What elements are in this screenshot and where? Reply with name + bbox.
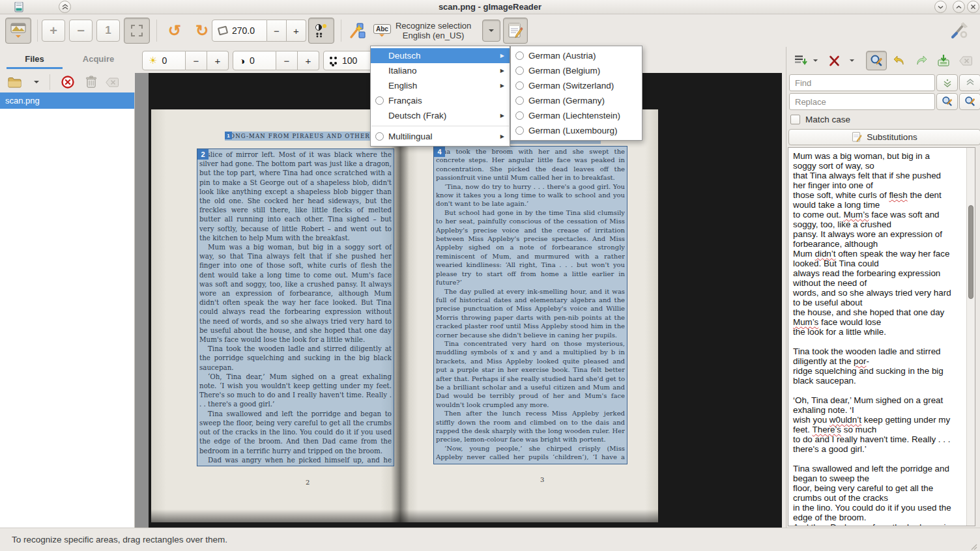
contrast-increase-button[interactable]: + [298,51,319,70]
submenu-item-german-belgium-[interactable]: German (Belgium) [511,63,642,78]
maximize-button[interactable] [953,1,965,13]
file-list-item[interactable]: scan.png [0,92,134,109]
settings-button[interactable] [946,18,972,43]
menu-item-label: German (Liechtenstein) [528,111,637,120]
rotation-increase-button[interactable]: + [287,20,306,42]
book-paragraph: ‘Oh, Tina dear,’ Mum sighed on a great e… [199,372,392,409]
auto-layout-button[interactable] [345,18,370,43]
open-file-dropdown-button[interactable] [29,73,44,91]
book-paragraph: Tina took the broom with her and she swe… [436,147,625,182]
minimize-button[interactable] [934,1,947,13]
menu-item-english[interactable]: English▶ [371,78,510,93]
selection-region-2[interactable]: a slice of mirror left. Most of it was b… [197,148,394,466]
book-paragraph: ‘Tina, now do try to hurry . . . there's… [436,182,625,208]
strip-dropdown[interactable] [846,53,857,68]
scrollbar-thumb[interactable] [968,205,973,299]
rotation-decrease-button[interactable]: − [267,20,287,42]
open-file-button[interactable] [5,73,25,91]
output-line: began to sweep the [793,473,962,483]
toolbar-separator [341,20,341,42]
find-previous-button[interactable] [959,74,980,91]
zoom-in-button[interactable]: + [42,20,65,42]
replace-input[interactable] [789,93,935,110]
brightness-decrease-button[interactable]: − [186,51,207,70]
remove-file-button[interactable] [59,73,77,91]
recognize-language-dropdown-button[interactable] [482,20,500,42]
book-paragraph: a slice of mirror left. Most of it was b… [199,150,392,242]
statusbar: To recognize specific areas, drag rectan… [0,528,980,551]
output-line: And then Dad came from the bedroom in a [793,522,962,526]
window-title: scan.png - gImageReader [0,0,980,14]
insert-mode-dropdown[interactable] [810,53,820,68]
resize-grip[interactable] [971,544,977,550]
clear-files-button[interactable] [103,73,121,91]
menu-item-deutsch[interactable]: Deutsch▶ [371,48,510,63]
brightness-value: 0 [162,55,167,66]
output-line: soggy sort of way, so [793,161,962,171]
undo-button[interactable] [891,52,908,69]
substitutions-button[interactable]: Substitutions [788,129,980,145]
language-submenu-items: German (Austria)German (Belgium)German (… [511,48,642,138]
menu-item-label: English [388,81,500,91]
active-tab-underline [7,67,63,69]
delete-file-button[interactable] [82,73,100,91]
best-fit-button[interactable] [124,18,150,44]
output-pane-toggle-button[interactable] [503,18,528,44]
image-adjust-toggle-button[interactable] [308,18,334,44]
misspelled-word: Mum’s [793,317,818,327]
find-next-button[interactable] [936,74,958,91]
output-line: to come out. Mum’s face was soft and [793,210,962,219]
submenu-item-german-switzerland-[interactable]: German (Switzerland) [511,78,642,93]
submenu-item-german-austria-[interactable]: German (Austria) [511,48,642,63]
contrast-spinbox[interactable]: ◑ 0 [233,51,276,70]
clear-output-button[interactable] [957,52,974,69]
replace-all-icon [964,96,976,107]
application-window: scan.png - gImageReader + − 1 ↺ ↻ 270.0 … [0,0,980,551]
contrast-decrease-button[interactable]: − [276,51,298,70]
menu-item-label: Deutsch [388,51,500,61]
output-line: Mum didn’t often speak the way her face [793,249,962,259]
output-line: Mum was a big woman, but big in a [793,151,962,161]
match-case-checkbox[interactable] [790,115,800,124]
output-scrollbar[interactable] [966,148,975,526]
replace-all-button[interactable] [959,93,980,110]
resolution-spinbox[interactable]: 100 [323,51,373,70]
notepad-pencil-icon [508,22,523,39]
output-line [793,337,962,346]
submenu-item-german-liechtenstein-[interactable]: German (Liechtenstein) [511,108,642,123]
output-line: Mum’s face would lose [793,317,962,327]
save-output-button[interactable] [935,52,952,69]
menu-item-italiano[interactable]: Italiano▶ [371,63,510,78]
misspelled-word: Mum’s [843,210,869,219]
brightness-increase-button[interactable]: + [207,51,229,70]
recognize-button[interactable]: Abc Recognize selection English (en_US) [373,17,481,44]
find-replace-icon [870,54,884,68]
find-replace-toggle-button[interactable] [866,51,887,70]
chevron-down-icon [813,59,818,63]
original-size-button[interactable]: 1 [96,20,120,42]
menu-item-fran-ais[interactable]: Français [371,93,510,108]
find-input[interactable] [789,74,935,91]
tab-acquire[interactable]: Acquire [68,51,129,69]
match-case-option[interactable]: Match case [790,113,979,125]
close-button[interactable] [967,1,979,13]
submenu-item-german-luxembourg-[interactable]: German (Luxembourg) [511,123,642,138]
zoom-out-button[interactable]: − [69,20,93,42]
redo-button[interactable] [913,52,930,69]
insert-mode-button[interactable] [792,52,810,69]
rotation-spinbox[interactable]: 270.0 [212,20,267,42]
menu-item-deutsch-frak-[interactable]: Deutsch (Frak)▶ [371,108,510,123]
menu-item-multilingual[interactable]: Multilingual▶ [371,129,510,144]
submenu-item-german-germany-[interactable]: German (Germany) [511,93,642,108]
shade-window-button[interactable] [59,1,71,13]
rotate-right-button[interactable]: ↻ [189,18,215,43]
rotate-left-button[interactable]: ↺ [162,18,188,43]
output-textarea[interactable]: Mum was a big woman, but big in asoggy s… [788,147,975,526]
tab-files[interactable]: Files [4,51,65,69]
replace-button[interactable] [936,93,958,110]
brightness-spinbox[interactable]: ☀ 0 [142,51,186,70]
selection-region-4[interactable]: Tina took the broom with her and she swe… [433,146,627,464]
image-controls-button[interactable] [5,18,31,44]
strip-crop-marks-button[interactable] [826,52,843,69]
menu-item-label: Italiano [388,66,500,76]
